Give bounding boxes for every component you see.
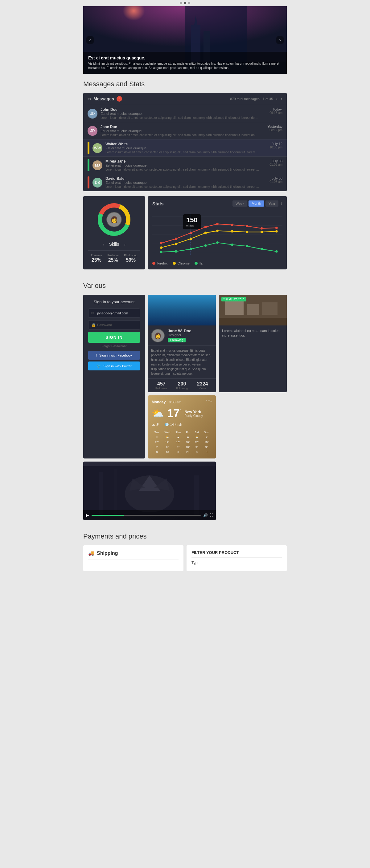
weather-high-wed: 17° <box>162 440 173 444</box>
twitter-signin-label: Sign in with Twitter <box>103 364 132 368</box>
message-row[interactable]: JD John Doe Est ei erat mucius quaeque. … <box>83 105 287 122</box>
svg-rect-47 <box>262 302 278 315</box>
stats-panel: Stats Week Month Year ⤴ <box>148 196 287 270</box>
svg-point-17 <box>175 238 177 240</box>
svg-point-33 <box>275 230 278 233</box>
message-subject: Est ei erat mucius quaeque. <box>106 181 259 184</box>
skills-prev[interactable]: ‹ <box>103 242 104 247</box>
email-icon: ✉ <box>91 311 94 315</box>
email-field[interactable] <box>88 309 140 318</box>
hero-description: Vis id minim dicant sensibus. Pri aliqui… <box>88 62 282 70</box>
twitter-signin-button[interactable]: 🐦 Sign in with Twitter <box>88 362 140 370</box>
svg-point-32 <box>260 230 263 233</box>
legend-ie: IE <box>195 261 203 265</box>
profile-stat-views: 2324 Views <box>192 381 213 390</box>
message-content: Walter White Est ei erat mucius quaeque.… <box>106 142 259 154</box>
signin-button[interactable]: SIGN IN <box>88 332 140 343</box>
cloud-icon: ☁ <box>152 423 155 427</box>
svg-point-21 <box>231 223 233 226</box>
legend-firefox-label: Firefox <box>157 261 168 265</box>
video-card: ▶ 🔊 ⛶ <box>83 462 216 520</box>
message-sender: David Bale <box>106 177 259 181</box>
forgot-password-link[interactable]: Forgot Password? <box>88 345 140 348</box>
weather-high-tue: 22° <box>152 440 162 444</box>
messages-prev-arrow[interactable]: ‹ <box>276 96 278 102</box>
tab-year[interactable]: Year <box>265 200 278 207</box>
password-field[interactable] <box>88 320 140 330</box>
tab-month[interactable]: Month <box>249 200 264 207</box>
weather-forecast-table: Tue Wed Thu Fri Sat Sun ☀ ⛅ ☁ 🌧 ⛅ ☀ <box>152 430 212 455</box>
share-button[interactable]: ⤴ <box>280 201 282 206</box>
message-row[interactable]: WW Walter White Est ei erat mucius quaeq… <box>83 140 287 157</box>
weather-condition-icon: ⛅ <box>152 408 164 420</box>
messages-header: ✉ Messages 2 879 total messages 1 of 45 … <box>83 93 287 105</box>
following-label: Following <box>172 387 192 390</box>
profile-bio: Est ei erat mucius quaeque. Ei his quas … <box>148 345 216 378</box>
message-preview: Lorem ipsum dolor sit amet, consectetuer… <box>101 116 259 120</box>
envelope-icon: ✉ <box>88 97 91 101</box>
weather-datetime: Monday 9:30 am <box>152 399 181 405</box>
weather-location-info: New York Partly Cloudy <box>184 410 203 417</box>
message-row[interactable]: JD Jane Doe Est ei erat mucius quaeque. … <box>83 122 287 140</box>
avatar: WW <box>92 143 103 153</box>
slider-prev-button[interactable]: ‹ <box>86 36 94 44</box>
weather-wind-fri: 20 <box>184 450 192 454</box>
blog-date-badge: 2 AUGUST, 2013 <box>221 297 246 302</box>
skills-label: Skills <box>109 242 119 247</box>
payments-section: Payments and prices 🚚 Shipping FILTER YO… <box>83 526 287 577</box>
wave-background <box>148 295 216 326</box>
slider-next-button[interactable]: › <box>276 36 284 44</box>
svg-point-37 <box>204 245 207 247</box>
lock-icon: 🔒 <box>91 323 96 327</box>
svg-point-16 <box>160 242 163 245</box>
svg-point-20 <box>216 223 219 225</box>
weather-low-tue: 9° <box>152 445 162 449</box>
svg-point-22 <box>246 225 248 227</box>
message-indicator <box>88 142 89 154</box>
tab-week[interactable]: Week <box>232 200 247 207</box>
svg-point-26 <box>175 243 177 245</box>
skills-next[interactable]: › <box>124 242 125 247</box>
svg-point-30 <box>231 230 233 233</box>
facebook-signin-button[interactable]: f Sign in with Facebook <box>88 351 140 360</box>
message-content: Jane Doe Est ei erat mucius quaeque. Lor… <box>101 125 259 137</box>
tooltip-value: 150 <box>186 216 198 224</box>
password-input-group: 🔒 <box>88 320 140 330</box>
fullscreen-icon[interactable]: ⛶ <box>210 513 214 517</box>
svg-rect-46 <box>247 304 259 315</box>
message-subject: Est ei erat mucius quaeque. <box>106 163 259 167</box>
video-progress-bar[interactable] <box>92 515 201 516</box>
messages-total: 879 total messages <box>230 97 259 101</box>
svg-rect-56 <box>114 469 117 516</box>
weather-unit: ° °C <box>206 399 212 403</box>
donut-panel: 👩 ‹ Skills › Premiere 25% Illustrator 25… <box>83 196 145 270</box>
profile-details: Jane W. Doe Designer Following <box>168 329 192 342</box>
weather-high-sun: 18° <box>202 440 211 444</box>
following-badge[interactable]: Following <box>168 338 186 342</box>
message-sender: Walter White <box>106 142 259 146</box>
messages-header-left: ✉ Messages 2 <box>88 96 122 102</box>
firefox-dot <box>152 262 155 265</box>
chart-tooltip: 150 views <box>183 214 201 229</box>
stats-row: 👩 ‹ Skills › Premiere 25% Illustrator 25… <box>83 196 287 270</box>
weather-day-thu: Thu <box>173 430 183 434</box>
message-preview: Lorem ipsum dolor sit amet, consectetuer… <box>106 151 259 154</box>
volume-icon[interactable]: 🔊 <box>203 513 208 517</box>
messages-pagination: 1 of 45 <box>263 97 273 101</box>
message-row[interactable]: MJ Mireia Jane Est ei erat mucius quaequ… <box>83 157 287 174</box>
avatar: JD <box>88 109 97 119</box>
message-time: July 08 01:05 am <box>262 177 282 188</box>
message-content: David Bale Est ei erat mucius quaeque. L… <box>106 177 259 188</box>
svg-rect-54 <box>99 472 103 516</box>
profile-role: Designer <box>168 333 192 337</box>
message-sender: John Doe <box>101 107 259 112</box>
chrome-dot <box>173 262 176 265</box>
message-row[interactable]: DB David Bale Est ei erat mucius quaeque… <box>83 174 287 191</box>
messages-label: Messages <box>93 96 114 101</box>
weather-low-sun: 9° <box>202 445 211 449</box>
message-sender: Mireia Jane <box>106 159 259 163</box>
message-indicator <box>88 177 89 188</box>
messages-next-arrow[interactable]: › <box>281 96 282 102</box>
play-button[interactable]: ▶ <box>86 513 89 518</box>
skills-nav: ‹ Skills › <box>103 242 125 247</box>
